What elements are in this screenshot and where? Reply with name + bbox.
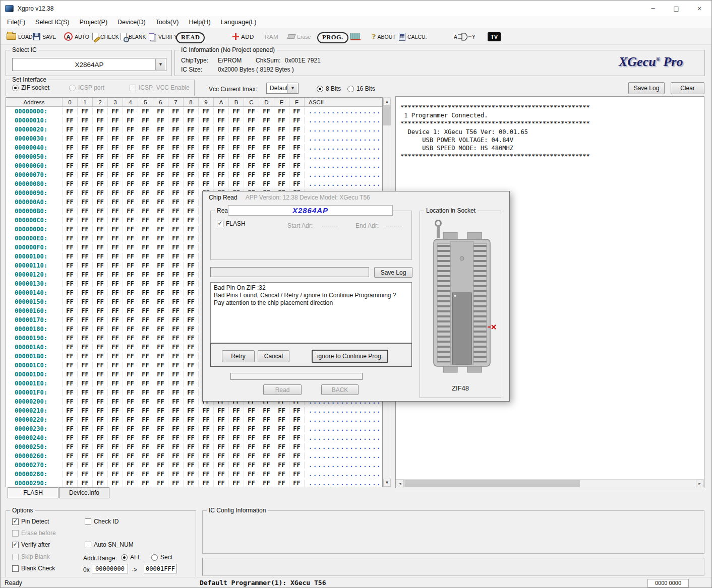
hex-byte-cell[interactable]: FF (108, 262, 123, 269)
hex-ascii-cell[interactable]: ................ (305, 434, 382, 441)
hex-byte-cell[interactable]: FF (168, 271, 184, 278)
hex-byte-cell[interactable]: FF (123, 371, 138, 378)
hex-byte-cell[interactable]: FF (108, 217, 123, 224)
hex-byte-cell[interactable]: FF (153, 353, 168, 360)
hex-byte-cell[interactable]: FF (184, 407, 199, 414)
hex-byte-cell[interactable]: FF (153, 280, 168, 287)
hex-byte-cell[interactable]: FF (153, 416, 168, 423)
hex-byte-cell[interactable]: FF (78, 144, 93, 151)
hex-byte-cell[interactable]: FF (123, 289, 138, 296)
hex-byte-cell[interactable]: FF (93, 371, 108, 378)
hex-byte-cell[interactable]: FF (78, 362, 93, 369)
add-button[interactable]: ADD (232, 30, 254, 43)
hex-byte-cell[interactable]: FF (123, 398, 138, 405)
hex-byte-cell[interactable]: FF (168, 307, 184, 314)
hex-byte-cell[interactable]: FF (199, 434, 214, 441)
hex-byte-cell[interactable]: FF (244, 162, 259, 169)
hex-byte-cell[interactable]: FF (184, 462, 199, 469)
hex-byte-cell[interactable]: FF (274, 452, 289, 460)
hex-byte-cell[interactable]: FF (168, 117, 184, 124)
hex-byte-cell[interactable]: FF (123, 244, 138, 251)
hex-byte-cell[interactable]: FF (229, 480, 244, 487)
hex-byte-cell[interactable]: FF (153, 480, 168, 487)
hex-byte-cell[interactable]: FF (63, 126, 78, 133)
tab-device-info[interactable]: Device.Info (59, 487, 109, 498)
hex-byte-cell[interactable]: FF (168, 416, 184, 423)
hex-byte-cell[interactable]: FF (214, 425, 229, 432)
hex-byte-cell[interactable]: FF (123, 335, 138, 342)
skip-blank-checkbox[interactable]: Skip Blank (12, 553, 50, 560)
hex-byte-cell[interactable]: FF (168, 452, 184, 460)
hex-byte-cell[interactable]: FF (244, 480, 259, 487)
hex-byte-cell[interactable]: FF (168, 126, 184, 133)
hex-byte-cell[interactable]: FF (63, 298, 78, 305)
hex-byte-cell[interactable]: FF (63, 316, 78, 323)
maximize-button[interactable]: □ (665, 1, 688, 16)
hex-ascii-cell[interactable]: ................ (305, 407, 382, 414)
hex-byte-cell[interactable]: FF (289, 452, 305, 460)
hex-byte-cell[interactable]: FF (63, 271, 78, 278)
hex-byte-cell[interactable]: FF (78, 298, 93, 305)
hex-byte-cell[interactable]: FF (168, 344, 184, 351)
hex-byte-cell[interactable]: FF (138, 153, 153, 160)
hex-byte-cell[interactable]: FF (63, 434, 78, 441)
hex-byte-cell[interactable]: FF (108, 162, 123, 169)
hex-byte-cell[interactable]: FF (168, 289, 184, 296)
menu-item-selectics[interactable]: Select IC(S) (30, 19, 74, 26)
save-button[interactable]: SAVE (33, 30, 56, 43)
hex-byte-cell[interactable]: FF (78, 416, 93, 423)
hex-byte-cell[interactable]: FF (229, 462, 244, 469)
hex-byte-cell[interactable]: FF (138, 380, 153, 387)
hex-byte-cell[interactable]: FF (289, 180, 305, 187)
pin-detect-checkbox[interactable]: ✓ Pin Detect (12, 518, 49, 525)
hex-byte-cell[interactable]: FF (168, 171, 184, 178)
hex-byte-cell[interactable]: FF (274, 144, 289, 151)
hex-byte-cell[interactable]: FF (244, 462, 259, 469)
hex-byte-cell[interactable]: FF (138, 208, 153, 215)
hex-byte-cell[interactable]: FF (168, 235, 184, 242)
hex-byte-cell[interactable]: FF (199, 108, 214, 115)
hex-byte-cell[interactable]: FF (63, 108, 78, 115)
hex-byte-cell[interactable]: FF (153, 262, 168, 269)
hex-ascii-cell[interactable]: ................ (305, 117, 382, 124)
hex-byte-cell[interactable]: FF (168, 208, 184, 215)
hex-byte-cell[interactable]: FF (138, 162, 153, 169)
hex-byte-cell[interactable]: FF (93, 462, 108, 469)
hex-byte-cell[interactable]: FF (229, 452, 244, 460)
hex-byte-cell[interactable]: FF (259, 480, 274, 487)
hex-byte-cell[interactable]: FF (138, 217, 153, 224)
hex-byte-cell[interactable]: FF (78, 217, 93, 224)
hex-byte-cell[interactable]: FF (138, 171, 153, 178)
hex-byte-cell[interactable]: FF (259, 171, 274, 178)
hex-byte-cell[interactable]: FF (289, 416, 305, 423)
hex-byte-cell[interactable]: FF (168, 162, 184, 169)
hex-ascii-cell[interactable]: ................ (305, 416, 382, 423)
hex-byte-cell[interactable]: FF (93, 434, 108, 441)
hex-byte-cell[interactable]: FF (63, 235, 78, 242)
hex-byte-cell[interactable]: FF (244, 171, 259, 178)
cancel-button[interactable]: Cancal (258, 350, 289, 362)
hex-byte-cell[interactable]: FF (214, 416, 229, 423)
hex-byte-cell[interactable]: FF (259, 452, 274, 460)
hex-byte-cell[interactable]: FF (108, 425, 123, 432)
hex-byte-cell[interactable]: FF (168, 316, 184, 323)
hex-byte-cell[interactable]: FF (93, 262, 108, 269)
hex-byte-cell[interactable]: FF (184, 144, 199, 151)
hex-ascii-cell[interactable]: ................ (305, 135, 382, 142)
hex-byte-cell[interactable]: FF (123, 480, 138, 487)
hex-byte-cell[interactable]: FF (93, 189, 108, 197)
hex-byte-cell[interactable]: FF (153, 407, 168, 414)
hex-byte-cell[interactable]: FF (93, 244, 108, 251)
hex-byte-cell[interactable]: FF (138, 335, 153, 342)
hex-byte-cell[interactable]: FF (184, 280, 199, 287)
hex-byte-cell[interactable]: FF (184, 271, 199, 278)
hex-byte-cell[interactable]: FF (199, 126, 214, 133)
hex-byte-cell[interactable]: FF (63, 162, 78, 169)
hex-byte-cell[interactable]: FF (168, 434, 184, 441)
hex-byte-cell[interactable]: FF (138, 189, 153, 197)
hex-byte-cell[interactable]: FF (138, 117, 153, 124)
hex-byte-cell[interactable]: FF (78, 344, 93, 351)
hex-byte-cell[interactable]: FF (244, 425, 259, 432)
hex-byte-cell[interactable]: FF (93, 389, 108, 396)
hex-byte-cell[interactable]: FF (289, 434, 305, 441)
